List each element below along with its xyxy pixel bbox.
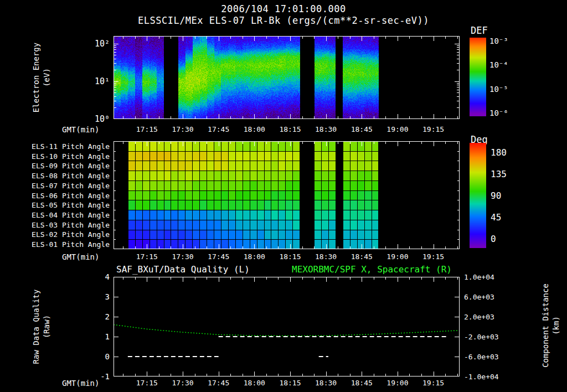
distance-axis-title: Component Distance (km) xyxy=(540,283,561,368)
def-colorbar-tick-label: 10⁻⁵ xyxy=(489,85,508,94)
deg-colorbar-tick-label: 45 xyxy=(491,212,501,222)
x-tick-label: 18:15 xyxy=(279,379,301,387)
left-label-column: 10²10¹10⁰ELS-11 Pitch AngleELS-10 Pitch … xyxy=(0,0,111,392)
deg-colorbar xyxy=(470,143,486,248)
energy-y-tick-label: 10⁰ xyxy=(95,114,110,124)
deg-colorbar-tick-label: 0 xyxy=(491,233,496,244)
deg-colorbar-tick-label: 180 xyxy=(491,147,507,158)
x-tick-label: 17:45 xyxy=(208,252,229,261)
plot-screen: 2006/104 17:01:00.000 ELSSCIL/MEx ELS-07… xyxy=(0,0,567,392)
pitch-row-label: ELS-03 Pitch Angle xyxy=(32,220,110,229)
x-tick-label: 18:15 xyxy=(279,252,301,261)
distance-y-tick-label: 6.0e+03 xyxy=(464,293,494,301)
quality-y-tick-label: 2 xyxy=(105,312,110,321)
pitch-row-label: ELS-01 Pitch Angle xyxy=(32,240,110,249)
spacecraft-series-title: MEXORBMC/SPF X, Spacecraft (R) xyxy=(292,264,452,275)
deg-colorbar-tick-label: 135 xyxy=(491,169,507,179)
quality-y-tick-label: 0 xyxy=(105,352,110,361)
pitch-row-label: ELS-10 Pitch Angle xyxy=(32,152,110,160)
energy-y-tick-label: 10² xyxy=(95,39,110,49)
distance-y-tick-label: -2.0e+03 xyxy=(464,333,499,341)
x-tick-label: 19:15 xyxy=(422,252,444,261)
x-tick-label: 17:15 xyxy=(136,379,158,387)
x-tick-label: 18:30 xyxy=(315,125,337,133)
x-tick-label: 17:30 xyxy=(172,125,193,133)
x-tick-label: 19:00 xyxy=(386,125,408,133)
distance-y-tick-label: -1.0e+04 xyxy=(464,373,499,381)
def-colorbar-tick-label: 10⁻³ xyxy=(489,37,508,45)
x-tick-label: 18:45 xyxy=(351,252,373,261)
x-tick-label: 18:45 xyxy=(351,125,373,133)
x-tick-label: 18:00 xyxy=(244,379,265,387)
distance-axis-title-line: Component Distance xyxy=(540,283,551,368)
energy-y-tick-label: 10¹ xyxy=(95,76,110,86)
distance-y-tick-label: 1.0e+04 xyxy=(464,273,494,281)
quality-series-title: SAF_BXuT/Data Quality (L) xyxy=(116,264,250,275)
def-colorbar-title: DEF xyxy=(471,25,488,36)
x-tick-label: 19:15 xyxy=(422,125,444,133)
quality-distance-plot xyxy=(114,277,460,376)
pitch-row-label: ELS-07 Pitch Angle xyxy=(32,181,110,189)
x-tick-label: 19:00 xyxy=(386,252,408,261)
x-tick-label: 17:30 xyxy=(172,379,193,387)
def-colorbar-tick-label: 10⁻⁴ xyxy=(489,60,508,69)
x-tick-label: 17:45 xyxy=(208,125,229,133)
quality-y-tick-label: 4 xyxy=(105,272,110,281)
def-colorbar xyxy=(470,38,486,116)
quality-y-tick-label: 1 xyxy=(105,332,110,341)
x-tick-label: 18:30 xyxy=(315,379,337,387)
pitch-row-label: ELS-09 Pitch Angle xyxy=(32,162,110,170)
pitch-row-label: ELS-04 Pitch Angle xyxy=(32,210,110,219)
x-tick-label: 18:00 xyxy=(244,125,265,133)
x-tick-label: 17:15 xyxy=(136,125,158,133)
x-tick-label: 19:00 xyxy=(386,379,408,387)
distance-axis-title-line: (km) xyxy=(551,283,561,368)
pitch-angle-heatmap xyxy=(114,141,460,249)
pitch-row-label: ELS-06 Pitch Angle xyxy=(32,191,110,199)
distance-y-tick-label: 2.0e+03 xyxy=(464,313,494,321)
x-tick-label: 18:45 xyxy=(351,379,373,387)
x-tick-label: 17:15 xyxy=(136,252,158,261)
def-colorbar-tick-label: 10⁻⁶ xyxy=(489,109,508,117)
deg-colorbar-tick-label: 90 xyxy=(491,190,501,201)
quality-y-tick-label: 3 xyxy=(105,292,110,301)
quality-y-tick-label: -1 xyxy=(100,372,110,381)
x-tick-label: 18:30 xyxy=(315,252,337,261)
x-tick-label: 19:15 xyxy=(422,379,444,387)
x-tick-label: 17:45 xyxy=(208,379,229,387)
pitch-row-label: ELS-05 Pitch Angle xyxy=(32,201,110,209)
x-tick-label: 17:30 xyxy=(172,252,193,261)
x-tick-label: 18:15 xyxy=(279,125,301,133)
pitch-row-label: ELS-08 Pitch Angle xyxy=(32,172,110,180)
x-tick-label: 18:00 xyxy=(244,252,265,261)
distance-y-tick-label: -6.0e+03 xyxy=(464,353,499,361)
energy-spectrogram xyxy=(114,36,460,119)
pitch-row-label: ELS-02 Pitch Angle xyxy=(32,230,110,239)
pitch-row-label: ELS-11 Pitch Angle xyxy=(32,142,110,150)
